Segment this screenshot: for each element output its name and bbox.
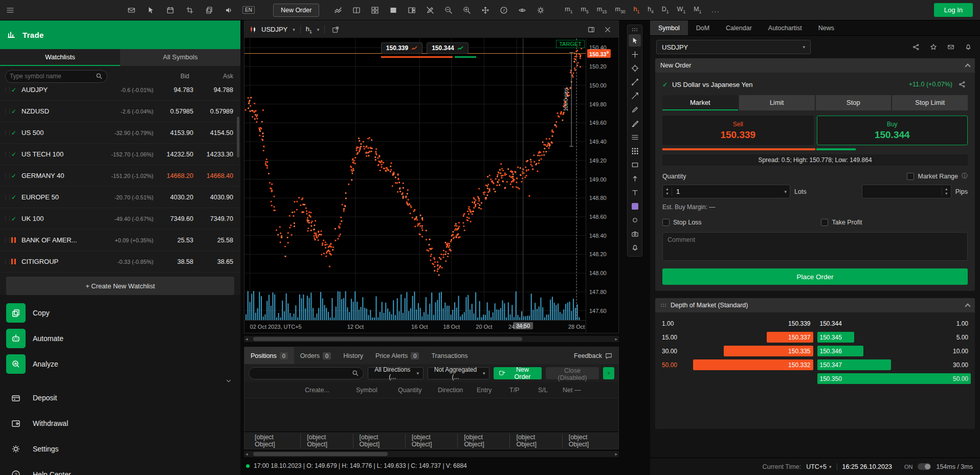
positions-search[interactable] xyxy=(249,367,364,379)
dom-card-header[interactable]: Depth of Market (Standard) xyxy=(655,298,975,312)
chart-timeframe[interactable]: h1 xyxy=(306,25,312,34)
timezone-select[interactable]: UTC+5▾ xyxy=(806,463,831,470)
timeframe-button[interactable]: m5 xyxy=(578,4,592,16)
watchlist-row[interactable]: ⋮⋮ EUROPE 50 -20.70 (-0.51%) 4030.20 403… xyxy=(0,187,240,208)
bottom-tab[interactable]: Transactions xyxy=(425,347,474,364)
symbol-search-input[interactable] xyxy=(10,73,96,80)
watchlist-row[interactable]: ⋮⋮ AUDJPY -0.6 (-0.01%) 94.783 94.788 xyxy=(0,86,240,101)
dom-buy-row[interactable]: 150.350 50.00 xyxy=(817,372,971,385)
dom-sell-row[interactable]: 30.00 150.335 xyxy=(659,345,813,357)
snapshot-button[interactable] xyxy=(629,228,641,240)
feedback-button[interactable]: Feedback xyxy=(568,347,618,364)
dom-buy-row[interactable]: 150.347 30.00 xyxy=(817,358,971,371)
col-quantity[interactable]: Quantity xyxy=(398,387,438,394)
buy-price-badge[interactable]: 150.344 xyxy=(427,42,468,54)
scroll-left-icon[interactable]: ◂ xyxy=(246,452,248,457)
multi-chart-button[interactable] xyxy=(406,5,417,16)
timeframe-more-button[interactable]: ... xyxy=(711,7,720,14)
language-selector[interactable]: EN xyxy=(242,6,255,14)
create-watchlist-button[interactable]: + Create New Watchlist xyxy=(6,277,234,295)
timeframe-button[interactable]: W1 xyxy=(674,4,689,16)
shapes-tool-button[interactable] xyxy=(629,159,641,171)
grid-layout-button[interactable] xyxy=(369,5,381,16)
sell-button[interactable]: Sell 150.339 xyxy=(662,116,814,145)
alerts-button[interactable] xyxy=(963,41,974,53)
market-range-checkbox[interactable] xyxy=(907,173,914,180)
take-profit-checkbox[interactable] xyxy=(821,219,828,226)
chart-mode-button[interactable] xyxy=(351,5,362,16)
scrollbar-thumb[interactable] xyxy=(253,337,523,341)
menu-item-automate[interactable]: Automate xyxy=(0,326,240,351)
screenshot-button[interactable] xyxy=(184,5,195,16)
alert-button[interactable] xyxy=(629,241,641,254)
zoom-in-button[interactable] xyxy=(461,5,473,16)
sell-price-badge[interactable]: 150.339 xyxy=(381,42,422,54)
crosshair-tool-button[interactable] xyxy=(629,62,641,74)
latency-toggle[interactable] xyxy=(918,463,931,470)
stop-loss-checkbox[interactable] xyxy=(662,219,670,226)
menu-item-copy[interactable]: Copy xyxy=(0,300,240,326)
trade-header[interactable]: Trade xyxy=(0,20,240,49)
close-chart-button[interactable] xyxy=(602,24,613,35)
chevron-down-icon[interactable]: ▾ xyxy=(317,27,320,32)
quantity-stepper[interactable]: ▲▼ ▾ xyxy=(662,185,790,198)
stepper-arrows[interactable]: ▲▼ xyxy=(663,187,672,196)
col-symbol[interactable]: Symbol xyxy=(356,387,398,394)
chevron-down-icon[interactable]: ▾ xyxy=(784,189,787,194)
bottom-tab[interactable]: Price Alerts 0 xyxy=(369,347,425,364)
watchlist-row[interactable]: ⋮⋮ GERMANY 40 -151.20 (-1.02%) 14668.20 … xyxy=(0,165,240,187)
drag-handle-icon[interactable]: ⋮⋮ xyxy=(3,151,11,157)
pencil-tool-button[interactable] xyxy=(629,103,641,116)
direction-filter-select[interactable]: All Directions (...▾ xyxy=(368,367,424,379)
timeframe-button[interactable]: m30 xyxy=(612,4,629,16)
col-net[interactable]: Net — xyxy=(563,387,581,394)
timeframe-button[interactable]: h1 xyxy=(630,4,642,16)
chart-settings-button[interactable] xyxy=(535,5,546,16)
link-chart-button[interactable] xyxy=(956,79,968,90)
chart-plot[interactable]: 100.0 pips 150.339 150.344 TARGET xyxy=(244,38,586,320)
menu-item-help[interactable]: ? Help Center xyxy=(0,462,240,475)
col-direction[interactable]: Direction xyxy=(438,387,477,394)
menu-item-settings[interactable]: Settings xyxy=(0,436,240,462)
col-tp[interactable]: T/P xyxy=(509,387,538,394)
drag-handle-icon[interactable]: ⋮⋮ xyxy=(3,216,11,221)
market-range-pips[interactable]: ▲▼ xyxy=(862,185,951,198)
price-axis[interactable]: 150.339 150.40150.20150.00149.80149.6014… xyxy=(586,38,618,333)
pips-input[interactable] xyxy=(862,188,942,195)
drag-handle-icon[interactable]: ⋮⋮ xyxy=(3,87,11,93)
scrollbar-thumb[interactable] xyxy=(253,452,388,456)
buy-button[interactable]: Buy 150.344 xyxy=(817,116,968,145)
dom-buy-row[interactable]: 150.344 1.00 xyxy=(817,317,971,330)
watchlist-row[interactable]: ⋮⋮ US TECH 100 -152.70 (-1.06%) 14232.50… xyxy=(0,144,240,165)
link-charts-button[interactable] xyxy=(910,41,922,53)
right-panel-tab[interactable]: News xyxy=(810,20,842,35)
scroll-right-icon[interactable]: ▸ xyxy=(615,337,617,342)
quantity-input[interactable] xyxy=(672,188,784,195)
watchlist-row[interactable]: ⋮⋮ BANK OF AMER... +0.09 (+0.35%) 25.53 … xyxy=(0,230,240,251)
dom-sell-row[interactable]: 1.00 150.339 xyxy=(659,317,813,330)
col-sl[interactable]: S/L xyxy=(538,387,563,394)
col-create[interactable]: Create... xyxy=(305,387,356,394)
right-panel-tab[interactable]: Symbol xyxy=(650,20,688,35)
comment-textarea[interactable] xyxy=(662,232,968,261)
pointer-tool-button[interactable] xyxy=(629,34,641,47)
order-type-tab[interactable]: Market xyxy=(662,95,738,110)
timeframe-button[interactable]: M1 xyxy=(691,4,704,16)
sound-button[interactable] xyxy=(223,5,234,16)
drag-handle-icon[interactable]: ⋮⋮ xyxy=(3,173,11,178)
col-entry[interactable]: Entry xyxy=(477,387,509,394)
positions-search-input[interactable] xyxy=(253,370,352,377)
menu-item-deposit[interactable]: Deposit xyxy=(0,385,240,411)
ellipse-tool-button[interactable] xyxy=(629,214,641,226)
watchlist-scrollbar[interactable] xyxy=(237,117,239,270)
cross-tool-button[interactable] xyxy=(629,48,641,60)
login-button[interactable]: Log In xyxy=(934,3,973,17)
timeframe-button[interactable]: m1 xyxy=(562,4,575,16)
timeframe-button[interactable]: D1 xyxy=(659,4,672,16)
pan-button[interactable] xyxy=(480,5,491,16)
stepper-arrows[interactable]: ▲▼ xyxy=(942,187,951,196)
toolbar-drag-handle[interactable] xyxy=(632,28,638,32)
hamburger-menu-button[interactable] xyxy=(0,0,20,20)
close-options-dropdown[interactable]: ▾ xyxy=(603,367,614,379)
dom-buy-row[interactable]: 150.345 5.00 xyxy=(817,331,971,344)
